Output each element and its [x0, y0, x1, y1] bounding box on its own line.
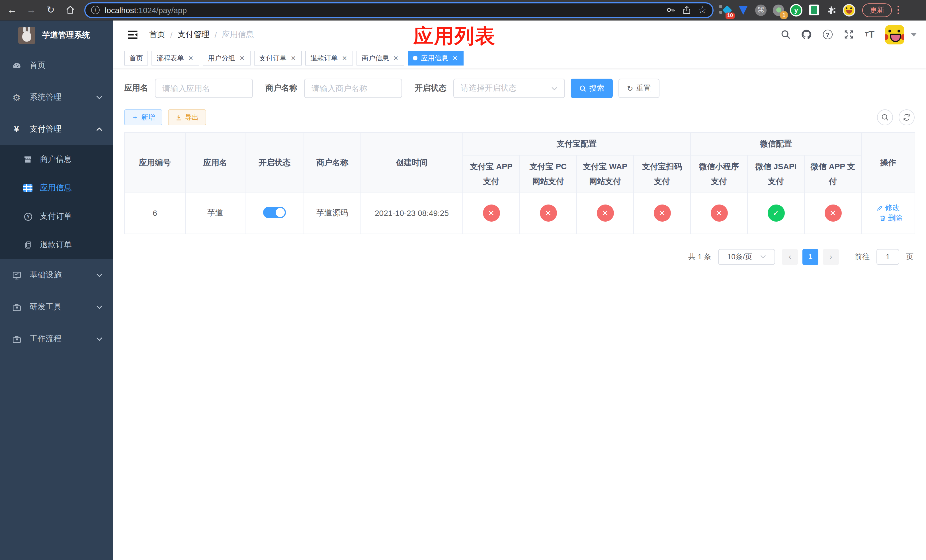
page-info-icon[interactable]: i: [91, 6, 100, 14]
goto-label: 前往: [855, 252, 870, 262]
notes-extension-icon[interactable]: [808, 4, 820, 16]
wechat-jsapi-status-icon: ✓: [767, 205, 784, 222]
extensions-puzzle-icon[interactable]: [825, 4, 838, 16]
sidebar-logo-row[interactable]: 芋道管理系统: [0, 21, 113, 50]
col-actions: 操作: [861, 132, 915, 193]
table-toolbar: ＋ 新增 导出: [124, 109, 915, 125]
next-page-button[interactable]: ›: [823, 249, 839, 265]
close-icon[interactable]: ✕: [392, 55, 399, 62]
show-search-button[interactable]: [877, 109, 893, 125]
close-icon[interactable]: ✕: [239, 55, 245, 62]
enabled-toggle[interactable]: [263, 207, 286, 218]
chevron-down-icon: [96, 273, 103, 277]
command-extension-icon[interactable]: ⌘: [755, 4, 767, 16]
search-button[interactable]: 搜索: [570, 79, 613, 98]
sidebar-item-devtools[interactable]: 研发工具: [0, 291, 113, 323]
browser-update-button[interactable]: 更新: [862, 3, 892, 17]
tag-process-form[interactable]: 流程表单✕: [151, 51, 199, 65]
prev-page-button[interactable]: ‹: [782, 249, 798, 265]
sidebar-item-payment[interactable]: ¥ 支付管理: [0, 114, 113, 145]
export-button[interactable]: 导出: [168, 109, 206, 125]
sidebar-item-system[interactable]: ⚙ 系统管理: [0, 82, 113, 114]
page-size-select[interactable]: 10条/页: [718, 249, 775, 265]
tag-view-bar: 首页 流程表单✕ 用户分组✕ 支付订单✕ 退款订单✕ 商户信息✕ 应用信息✕: [113, 48, 926, 68]
close-icon[interactable]: ✕: [188, 55, 194, 62]
sidebar-item-pay-order[interactable]: ¥ 支付订单: [0, 202, 113, 231]
tag-home[interactable]: 首页: [124, 51, 148, 65]
close-icon[interactable]: ✕: [341, 55, 348, 62]
alipay-app-status-icon: ✕: [483, 205, 500, 222]
password-key-icon[interactable]: [666, 5, 675, 15]
sidebar-item-merchant-info[interactable]: 商户信息: [0, 145, 113, 174]
sidebar: 芋道管理系统 首页 ⚙ 系统管理 ¥ 支付管理: [0, 21, 113, 560]
tag-app-info-active[interactable]: 应用信息✕: [408, 51, 464, 65]
delete-link[interactable]: 删除: [879, 213, 903, 224]
close-icon[interactable]: ✕: [290, 55, 297, 62]
app-table: 应用编号 应用名 开启状态 商户名称 创建时间 支付宝配置 微信配置 操作 支付…: [124, 132, 915, 234]
app-name-input[interactable]: [155, 79, 253, 98]
close-icon[interactable]: ✕: [452, 55, 458, 62]
search-icon[interactable]: [780, 29, 791, 40]
sidebar-item-workflow[interactable]: 工作流程: [0, 323, 113, 355]
sidebar-item-infra[interactable]: 基础设施: [0, 259, 113, 291]
reload-icon[interactable]: ↻: [43, 3, 58, 17]
bookmark-star-icon[interactable]: ☆: [698, 4, 707, 16]
cell-actions: 修改 删除: [861, 193, 915, 234]
breadcrumb-payment[interactable]: 支付管理: [178, 29, 210, 39]
browser-menu-icon[interactable]: [897, 6, 899, 14]
status-select[interactable]: 请选择开启状态: [453, 79, 565, 98]
back-icon[interactable]: ←: [5, 3, 20, 17]
select-caret-icon: [551, 86, 558, 90]
storefront-icon: [23, 154, 33, 165]
recorder-extension-icon[interactable]: 1: [772, 4, 785, 16]
sidebar-collapse-icon[interactable]: [126, 28, 139, 41]
goto-page-input[interactable]: [876, 249, 899, 265]
share-icon[interactable]: [682, 5, 691, 15]
merchant-name-input[interactable]: [304, 79, 402, 98]
main-area: 首页 / 支付管理 / 应用信息 应用列表 ? TT: [113, 21, 926, 560]
sidebar-item-app-info[interactable]: 应用信息: [0, 174, 113, 202]
add-button[interactable]: ＋ 新增: [124, 109, 162, 125]
tag-user-group[interactable]: 用户分组✕: [203, 51, 251, 65]
alipay-wap-status-icon: ✕: [596, 205, 614, 222]
filter-form: 应用名 商户名称 开启状态 请选择开启状态 搜索 ↻ 重置: [124, 79, 915, 98]
breadcrumb: 首页 / 支付管理 / 应用信息: [149, 29, 254, 39]
github-icon[interactable]: [801, 29, 812, 40]
font-size-icon[interactable]: TT: [864, 29, 875, 40]
breadcrumb-home[interactable]: 首页: [149, 29, 165, 39]
y-extension-icon[interactable]: y: [790, 4, 802, 16]
edit-link[interactable]: 修改: [876, 203, 900, 213]
topbar: 首页 / 支付管理 / 应用信息 应用列表 ? TT: [113, 21, 926, 48]
sidebar-item-refund-order[interactable]: 退款订单: [0, 231, 113, 259]
sidebar-item-home[interactable]: 首页: [0, 50, 113, 82]
help-icon[interactable]: ?: [822, 29, 833, 40]
col-app-id: 应用编号: [124, 132, 185, 193]
gem-extension-icon[interactable]: 10: [719, 4, 732, 16]
col-status: 开启状态: [245, 132, 304, 193]
url-text: localhost:1024/pay/app: [105, 5, 659, 15]
url-bar[interactable]: i localhost:1024/pay/app ☆: [84, 2, 714, 18]
page-content: 应用名 商户名称 开启状态 请选择开启状态 搜索 ↻ 重置: [113, 68, 926, 265]
sidebar-item-label: 工作流程: [30, 334, 62, 344]
tag-pay-order[interactable]: 支付订单✕: [254, 51, 302, 65]
user-avatar[interactable]: [885, 25, 904, 44]
current-page-button[interactable]: 1: [802, 249, 819, 265]
col-group-wechat: 微信配置: [690, 132, 861, 155]
profile-avatar-icon[interactable]: [843, 4, 855, 16]
refresh-table-button[interactable]: [899, 109, 915, 125]
col-group-alipay: 支付宝配置: [463, 132, 690, 155]
tag-refund-order[interactable]: 退款订单✕: [305, 51, 353, 65]
alipay-pc-status-icon: ✕: [540, 205, 557, 222]
home-icon[interactable]: [63, 3, 77, 17]
col-alipay-app: 支付宝 APP 支付: [463, 155, 520, 192]
tag-merchant-info[interactable]: 商户信息✕: [357, 51, 404, 65]
sidebar-item-label: 应用信息: [40, 183, 72, 193]
kite-extension-icon[interactable]: [737, 4, 749, 16]
cell-status: [245, 193, 304, 234]
total-count: 共 1 条: [688, 252, 711, 262]
user-menu-caret-icon[interactable]: [911, 32, 917, 36]
fullscreen-icon[interactable]: [843, 29, 854, 40]
forward-icon[interactable]: →: [24, 3, 39, 17]
reset-button[interactable]: ↻ 重置: [619, 79, 660, 98]
sidebar-item-label: 系统管理: [30, 92, 62, 103]
